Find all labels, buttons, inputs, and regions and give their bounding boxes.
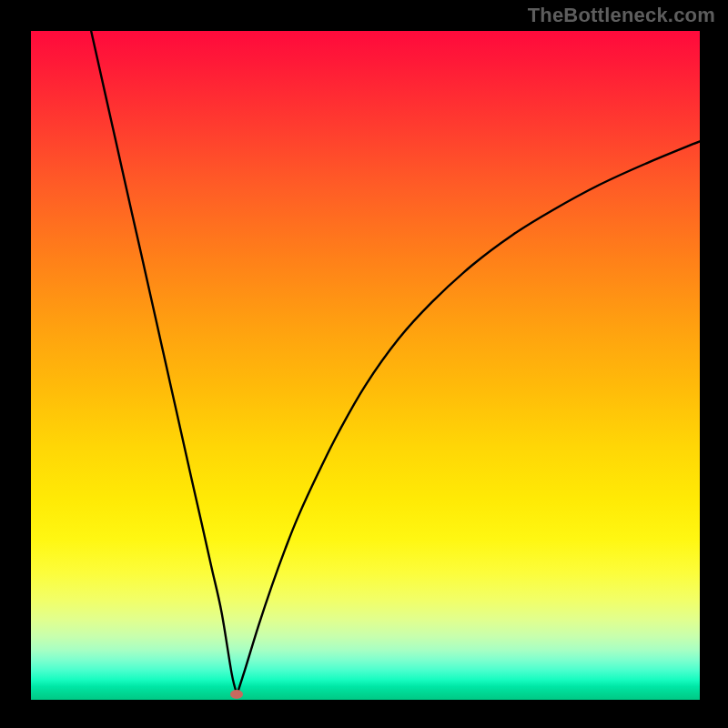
watermark-text: TheBottleneck.com	[528, 4, 715, 27]
plot-area	[31, 31, 700, 700]
curve-left-branch	[91, 31, 237, 694]
curve-svg	[31, 31, 700, 700]
minimum-marker	[230, 690, 243, 699]
chart-container: TheBottleneck.com	[0, 0, 728, 728]
curve-right-branch	[237, 141, 700, 694]
